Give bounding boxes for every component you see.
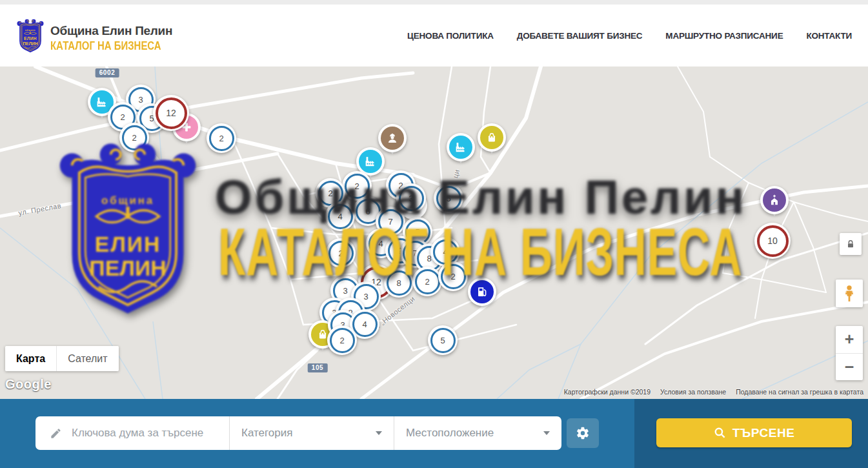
map-type-map-button[interactable]: Карта <box>5 346 56 371</box>
map-cluster-marker[interactable]: 5 <box>428 325 458 355</box>
map-cluster-marker[interactable]: 4 <box>325 201 355 231</box>
search-icon <box>714 427 726 439</box>
zoom-control: + − <box>836 326 863 380</box>
pencil-icon <box>50 427 62 440</box>
map-type-satellite-button[interactable]: Сателит <box>56 346 118 371</box>
site-logo[interactable]: Община Елин Пелин КАТАЛОГ НА БИЗНЕСА <box>16 17 184 55</box>
zoom-out-button[interactable]: − <box>836 353 863 381</box>
search-button-label: ТЪРСЕНЕ <box>732 426 795 440</box>
terms-link[interactable]: Условия за ползване <box>660 388 726 396</box>
municipality-crest-icon <box>16 17 45 55</box>
category-dropdown[interactable]: Категория <box>229 416 394 450</box>
map-cluster-marker[interactable]: 12 <box>153 95 189 131</box>
site-tagline: КАТАЛОГ НА БИЗНЕСА <box>50 39 161 53</box>
map-type-control: Карта Сателит <box>5 346 119 371</box>
lock-icon <box>845 239 856 249</box>
map-pin-bag[interactable] <box>478 123 506 152</box>
top-strip <box>0 0 868 5</box>
search-bar: Категория Местоположение ТЪРСЕНЕ <box>0 399 868 468</box>
google-logo[interactable]: Google <box>5 377 52 392</box>
nav-pricing-policy[interactable]: ЦЕНОВА ПОЛИТИКА <box>407 31 494 41</box>
map-cluster-marker[interactable]: 2 <box>327 325 357 355</box>
location-placeholder: Местоположение <box>406 427 494 440</box>
search-button[interactable]: ТЪРСЕНЕ <box>656 418 852 447</box>
nav-route-schedule[interactable]: МАРШРУТНО РАЗПИСАНИЕ <box>665 31 783 41</box>
page: община ЕЛИН ПЕЛИН Община Елин Пелин КАТА… <box>0 0 868 468</box>
report-error-link[interactable]: Подаване на сигнал за грешка в картата <box>736 388 863 396</box>
location-dropdown[interactable]: Местоположение <box>394 416 561 450</box>
nav-contacts[interactable]: КОНТАКТИ <box>806 31 852 41</box>
map-cluster-marker[interactable]: 3 <box>396 183 426 213</box>
map-cluster-marker[interactable]: 2 <box>412 267 442 296</box>
advanced-settings-button[interactable] <box>567 418 599 448</box>
search-form: Категория Местоположение <box>35 416 561 450</box>
pegman-icon <box>842 285 856 303</box>
keyword-input[interactable] <box>70 426 221 440</box>
map-cluster-marker[interactable]: 2 <box>119 123 149 152</box>
map-cluster-marker[interactable]: 5 <box>434 183 463 213</box>
map-cluster-marker[interactable]: 2 <box>438 261 468 291</box>
map-cluster-marker[interactable]: 10 <box>754 223 791 259</box>
google-map[interactable]: 6002105ул. Преславбул. „Новоселцици 3251… <box>0 66 868 399</box>
map-cluster-marker[interactable]: 8 <box>384 268 414 298</box>
nav-add-your-business[interactable]: ДОБАВЕТЕ ВАШИЯТ БИЗНЕС <box>517 31 643 41</box>
map-lock-button[interactable] <box>840 233 862 255</box>
map-attribution: Картографски данни ©2019 Условия за полз… <box>564 388 863 396</box>
map-cluster-marker[interactable]: 2 <box>326 238 356 268</box>
site-name: Община Елин Пелин <box>50 24 184 38</box>
map-pin-fuel[interactable] <box>468 278 496 306</box>
header: Община Елин Пелин КАТАЛОГ НА БИЗНЕСА ЦЕН… <box>0 0 868 67</box>
map-pin-church[interactable] <box>760 186 789 214</box>
zoom-in-button[interactable]: + <box>836 326 863 353</box>
map-cluster-marker[interactable]: 2 <box>207 123 236 153</box>
category-placeholder: Категория <box>241 427 292 440</box>
map-copyright: Картографски данни ©2019 <box>564 388 651 396</box>
map-markers-layer: 3251222222356475427842128223338342510 <box>0 66 868 399</box>
keyword-section <box>35 416 229 450</box>
chevron-down-icon <box>543 431 550 435</box>
gear-icon <box>576 426 590 440</box>
map-pin-factory[interactable] <box>447 133 475 161</box>
main-nav: ЦЕНОВА ПОЛИТИКА ДОБАВЕТЕ ВАШИЯТ БИЗНЕС М… <box>407 5 852 66</box>
chevron-down-icon <box>376 431 382 435</box>
pegman-control[interactable] <box>836 280 863 307</box>
